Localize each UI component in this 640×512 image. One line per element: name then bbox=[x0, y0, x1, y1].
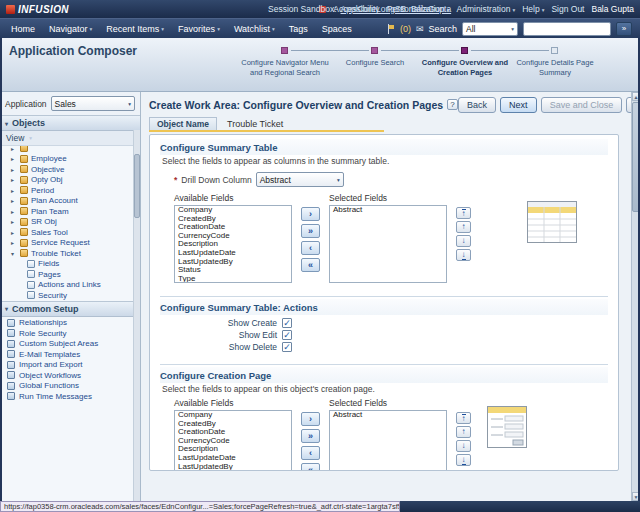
expand-icon[interactable]: ▸ bbox=[11, 197, 17, 204]
tree-item-sr-obj[interactable]: ▸SR Obj bbox=[0, 217, 140, 228]
move-down-button[interactable]: ↓ bbox=[456, 235, 471, 247]
train-step-navigator-menu[interactable]: Configure Navigator Menu and Regional Se… bbox=[240, 45, 330, 78]
scrollbar-thumb[interactable] bbox=[134, 154, 140, 218]
expand-icon[interactable]: ▸ bbox=[11, 218, 17, 225]
tree-item-objective[interactable]: ▸Objective bbox=[0, 164, 140, 175]
cancel-button[interactable]: Cancel bbox=[626, 97, 631, 113]
tree-item-actions-and-links[interactable]: Actions and Links bbox=[0, 280, 140, 291]
expand-icon[interactable]: ▸ bbox=[11, 155, 17, 162]
expand-icon[interactable]: ▸ bbox=[11, 176, 17, 183]
tree-item-sales-tool[interactable]: ▸Sales Tool bbox=[0, 227, 140, 238]
flag-icon[interactable] bbox=[387, 24, 395, 34]
available-fields-label: Available Fields bbox=[174, 398, 292, 410]
search-input[interactable] bbox=[523, 22, 611, 36]
sidebar-scrollbar[interactable] bbox=[133, 130, 140, 501]
train-step-overview-creation[interactable]: Configure Overview and Creation Pages bbox=[420, 45, 510, 78]
remove-button[interactable]: ‹ bbox=[301, 446, 320, 460]
application-label: Application bbox=[5, 99, 47, 109]
tree-item-service-request[interactable]: ▸Service Request bbox=[0, 238, 140, 249]
administration-menu[interactable]: Administration▾ bbox=[457, 4, 516, 14]
remove-button[interactable]: ‹ bbox=[301, 241, 320, 255]
tree-item-period[interactable]: ▸Period bbox=[0, 185, 140, 196]
tree-item-trouble-ticket[interactable]: ▾Trouble Ticket bbox=[0, 248, 140, 259]
summary-actions-section: Configure Summary Table: Actions Show Cr… bbox=[160, 296, 608, 357]
available-fields-list[interactable]: Company CreatedBy CreationDate CurrencyC… bbox=[174, 410, 292, 471]
selected-fields-list[interactable]: Abstract bbox=[329, 205, 447, 283]
remove-all-button[interactable]: « bbox=[301, 258, 320, 272]
tree-item-partial[interactable]: ▸ bbox=[0, 146, 140, 154]
available-fields-list[interactable]: Company CreatedBy CreationDate CurrencyC… bbox=[174, 205, 292, 283]
expand-icon[interactable]: ▸ bbox=[11, 146, 17, 152]
save-and-close-button[interactable]: Save and Close bbox=[541, 97, 623, 113]
train-step-icon bbox=[551, 47, 558, 54]
move-top-button[interactable]: ↑ bbox=[456, 412, 471, 424]
expand-icon[interactable]: ▸ bbox=[11, 187, 17, 194]
session-sandbox-link[interactable]: ApplCoreLongSB_BalaGupta bbox=[341, 4, 452, 14]
search-go-button[interactable]: » bbox=[616, 22, 632, 36]
view-menu[interactable]: View▾ bbox=[0, 131, 140, 146]
move-down-button[interactable]: ↓ bbox=[456, 440, 471, 452]
menu-recent-items[interactable]: Recent Items▾ bbox=[99, 19, 171, 38]
list-item[interactable]: Abstract bbox=[330, 206, 446, 215]
menu-tags[interactable]: Tags bbox=[282, 19, 315, 38]
objects-accordion-header[interactable]: ▾ Objects bbox=[0, 115, 140, 131]
role-security-icon bbox=[7, 329, 15, 337]
tree-item-plan-team[interactable]: ▸Plan Team bbox=[0, 206, 140, 217]
tree-item-security[interactable]: Security bbox=[0, 290, 140, 301]
common-setup-accordion-header[interactable]: ▾ Common Setup bbox=[0, 301, 140, 317]
move-up-button[interactable]: ↑ bbox=[456, 221, 471, 233]
show-delete-checkbox[interactable]: ✓ bbox=[282, 342, 292, 352]
sidebar-item-custom-subject-areas[interactable]: Custom Subject Areas bbox=[0, 339, 140, 350]
remove-all-button[interactable]: « bbox=[301, 463, 320, 471]
back-button[interactable]: Back bbox=[458, 97, 496, 113]
tree-item-fields[interactable]: Fields bbox=[0, 259, 140, 270]
move-bottom-button[interactable]: ↓ bbox=[456, 249, 471, 261]
sidebar-item-import-and-export[interactable]: Import and Export bbox=[0, 360, 140, 371]
help-menu[interactable]: Help▾ bbox=[522, 4, 544, 14]
train-step-configure-search[interactable]: Configure Search bbox=[330, 45, 420, 78]
show-create-checkbox[interactable]: ✓ bbox=[282, 318, 292, 328]
menu-favorites[interactable]: Favorites▾ bbox=[171, 19, 227, 38]
expand-icon[interactable]: ▸ bbox=[11, 239, 17, 246]
tree-item-employee[interactable]: ▸Employee bbox=[0, 154, 140, 165]
expand-icon[interactable]: ▸ bbox=[11, 229, 17, 236]
show-edit-checkbox[interactable]: ✓ bbox=[282, 330, 292, 340]
move-button[interactable]: › bbox=[301, 207, 320, 221]
objects-tree: ▸ ▸Employee ▸Objective ▸Opty Obj ▸Period… bbox=[0, 146, 140, 301]
collapse-icon[interactable]: ▾ bbox=[11, 250, 17, 257]
tree-item-opty-obj[interactable]: ▸Opty Obj bbox=[0, 175, 140, 186]
menu-navigator[interactable]: Navigator▾ bbox=[42, 19, 99, 38]
tree-item-pages[interactable]: Pages bbox=[0, 269, 140, 280]
drill-down-select[interactable]: Abstract▾ bbox=[256, 172, 344, 187]
expand-icon[interactable]: ▸ bbox=[11, 208, 17, 215]
move-all-button[interactable]: » bbox=[301, 224, 320, 238]
sidebar-item-global-functions[interactable]: Global Functions bbox=[0, 381, 140, 392]
selected-fields-list[interactable]: Abstract bbox=[329, 410, 447, 471]
move-up-button[interactable]: ↑ bbox=[456, 426, 471, 438]
show-edit-label: Show Edit bbox=[239, 330, 277, 340]
menu-spaces[interactable]: Spaces bbox=[315, 19, 359, 38]
sidebar-item-role-security[interactable]: Role Security bbox=[0, 328, 140, 339]
tree-item-plan-account[interactable]: ▸Plan Account bbox=[0, 196, 140, 207]
sidebar-item-object-workflows[interactable]: Object Workflows bbox=[0, 370, 140, 381]
sidebar-item-email-templates[interactable]: E-Mail Templates bbox=[0, 349, 140, 360]
move-bottom-button[interactable]: ↓ bbox=[456, 454, 471, 466]
help-icon[interactable]: ? bbox=[447, 99, 458, 110]
sign-out-link[interactable]: Sign Out bbox=[551, 4, 584, 14]
next-button[interactable]: Next bbox=[500, 97, 537, 113]
sidebar-item-run-time-messages[interactable]: Run Time Messages bbox=[0, 391, 140, 402]
expand-icon[interactable]: ▸ bbox=[11, 166, 17, 173]
move-top-button[interactable]: ↑ bbox=[456, 207, 471, 219]
menu-watchlist[interactable]: Watchlist▾ bbox=[227, 19, 282, 38]
sidebar-item-relationships[interactable]: Relationships bbox=[0, 318, 140, 329]
application-select[interactable]: Sales▾ bbox=[51, 96, 135, 111]
menu-home[interactable]: Home bbox=[4, 19, 42, 38]
list-item[interactable]: Type bbox=[175, 275, 291, 283]
move-all-button[interactable]: » bbox=[301, 429, 320, 443]
train-step-details-summary[interactable]: Configure Details Page Summary bbox=[510, 45, 600, 78]
search-scope-select[interactable]: All▾ bbox=[462, 22, 518, 36]
mail-icon[interactable]: ✉ bbox=[416, 24, 424, 34]
status-bar: https://fap0358-crm.oracleads.com/sales/… bbox=[0, 501, 640, 512]
list-item[interactable]: Abstract bbox=[330, 411, 446, 420]
move-button[interactable]: › bbox=[301, 412, 320, 426]
